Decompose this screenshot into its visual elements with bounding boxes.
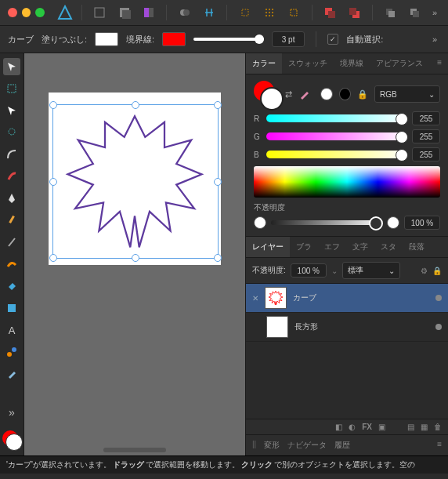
fx-icon[interactable]: FX	[362, 423, 372, 431]
svg-rect-29	[8, 304, 16, 312]
panel-menu-icon[interactable]: ≡	[431, 53, 448, 74]
toolbar-btn-1[interactable]	[90, 2, 110, 23]
arrange-btn-1[interactable]	[320, 2, 340, 23]
gradient-tool[interactable]	[3, 343, 20, 361]
align-btn-2[interactable]	[259, 2, 279, 23]
layer-visibility-1[interactable]	[435, 324, 442, 330]
tab-stroke[interactable]: 境界線	[334, 53, 370, 74]
layer-opacity-field[interactable]: 100 %	[291, 263, 327, 278]
mini-swatch-1[interactable]	[320, 88, 332, 100]
tab-swatches[interactable]: スウォッチ	[282, 53, 334, 74]
mask-icon[interactable]: ◧	[335, 423, 342, 431]
colorpicker-tool[interactable]	[3, 365, 20, 383]
stylus-tool[interactable]	[3, 234, 20, 251]
align-btn-3[interactable]	[284, 2, 304, 23]
autoselect-label: 自動選択:	[346, 34, 383, 45]
r-slider[interactable]	[266, 114, 407, 122]
opacity-slider[interactable]	[271, 220, 382, 225]
paintbrush-tool[interactable]	[3, 168, 20, 185]
svg-rect-7	[242, 9, 248, 16]
vector-brush-tool[interactable]	[3, 256, 20, 273]
artboard[interactable]	[49, 93, 221, 265]
node-tool[interactable]	[3, 102, 20, 119]
window-close[interactable]	[8, 8, 17, 17]
mini-swatch-2[interactable]	[339, 88, 351, 100]
eyedropper-icon[interactable]	[298, 88, 311, 100]
layer-name-0[interactable]: カーブ	[293, 292, 316, 303]
layer-lock-icon[interactable]: 🔒	[432, 267, 442, 275]
swap-colors-icon[interactable]: ⇄	[285, 89, 292, 100]
toolbar-btn-2[interactable]	[114, 2, 134, 23]
fill-tool[interactable]	[3, 278, 20, 295]
optbar-overflow-icon[interactable]: »	[429, 34, 440, 44]
pencil-tool[interactable]	[3, 212, 20, 229]
toolbar-btn-4[interactable]	[175, 2, 194, 23]
shape-tool[interactable]	[3, 299, 20, 317]
add-layer-icon[interactable]: ▦	[421, 423, 428, 431]
tab-color[interactable]: カラー	[246, 53, 282, 74]
tab-paragraph[interactable]: 段落	[403, 237, 431, 257]
tab-brushes[interactable]: ブラ	[290, 237, 318, 257]
window-zoom[interactable]	[35, 8, 45, 17]
color-swatch-pair[interactable]	[254, 81, 279, 107]
tab-appearance[interactable]: アピアランス	[370, 53, 429, 74]
b-value[interactable]: 255	[412, 147, 440, 161]
blend-mode-select[interactable]: 標準⌄	[342, 262, 400, 279]
canvas-area[interactable]	[24, 53, 245, 455]
arrange-btn-4[interactable]	[405, 2, 425, 23]
tab-text[interactable]: 文字	[346, 237, 374, 257]
tab-effects[interactable]: エフ	[318, 237, 346, 257]
corner-tool[interactable]	[3, 146, 20, 163]
selection-bbox[interactable]	[52, 104, 219, 259]
tool-expand-icon[interactable]: »	[3, 404, 20, 421]
layer-row-1[interactable]: 長方形	[246, 313, 448, 342]
delete-layer-icon[interactable]: 🗑	[434, 423, 442, 431]
pen-tool[interactable]	[3, 190, 20, 207]
r-label: R	[254, 114, 262, 123]
move-tool[interactable]	[3, 58, 20, 75]
window-minimize[interactable]	[22, 8, 31, 17]
canvas-scrollbar[interactable]	[103, 448, 166, 452]
adjust-icon[interactable]: ◐	[349, 423, 356, 431]
stroke-width-field[interactable]: 3 pt	[272, 31, 305, 47]
svg-rect-19	[328, 11, 335, 18]
tab-navigator[interactable]: ナビゲータ	[287, 440, 327, 451]
lock-icon[interactable]: 🔒	[357, 89, 368, 100]
autoselect-checkbox[interactable]: ✓	[327, 34, 338, 45]
stroke-swatch[interactable]	[162, 32, 186, 46]
color-spectrum[interactable]	[254, 166, 440, 198]
layer-name-1[interactable]: 長方形	[294, 321, 318, 332]
fill-swatch[interactable]	[95, 32, 118, 46]
titlebar-overflow-icon[interactable]: »	[429, 8, 440, 17]
stroke-width-slider[interactable]	[193, 38, 264, 41]
toolbar-btn-3[interactable]	[139, 2, 158, 23]
stroke-label: 境界線:	[126, 34, 154, 45]
merge-icon[interactable]: ▣	[378, 423, 385, 431]
tab-layers[interactable]: レイヤー	[246, 237, 290, 257]
lasso-tool[interactable]	[3, 124, 20, 141]
tab-history[interactable]: 履歴	[334, 440, 350, 451]
svg-point-11	[266, 12, 267, 13]
bottom-panel-menu-icon[interactable]: ≡	[437, 440, 442, 451]
app-logo-icon	[57, 4, 74, 21]
layer-settings-icon[interactable]: ⚙	[421, 267, 428, 275]
arrange-btn-2[interactable]	[345, 2, 364, 23]
r-value[interactable]: 255	[412, 111, 440, 125]
marquee-tool[interactable]	[3, 80, 20, 97]
color-mode-select[interactable]: RGB⌄	[374, 85, 440, 103]
svg-point-6	[183, 9, 190, 16]
tab-transform[interactable]: 変形	[264, 440, 280, 451]
layer-row-0[interactable]: ✕ カーブ	[246, 284, 448, 313]
layer-visibility-0[interactable]	[435, 295, 442, 301]
g-slider[interactable]	[266, 132, 407, 140]
opacity-value[interactable]: 100 %	[404, 216, 440, 230]
fill-stroke-indicator[interactable]	[2, 430, 21, 449]
tab-styles[interactable]: スタ	[374, 237, 403, 257]
b-slider[interactable]	[266, 151, 407, 158]
g-value[interactable]: 255	[412, 129, 440, 143]
toolbar-btn-5[interactable]	[199, 2, 219, 23]
group-icon[interactable]: ▤	[407, 423, 414, 431]
text-tool[interactable]: A	[3, 321, 20, 339]
align-btn-1[interactable]	[235, 2, 255, 23]
arrange-btn-3[interactable]	[381, 2, 400, 23]
